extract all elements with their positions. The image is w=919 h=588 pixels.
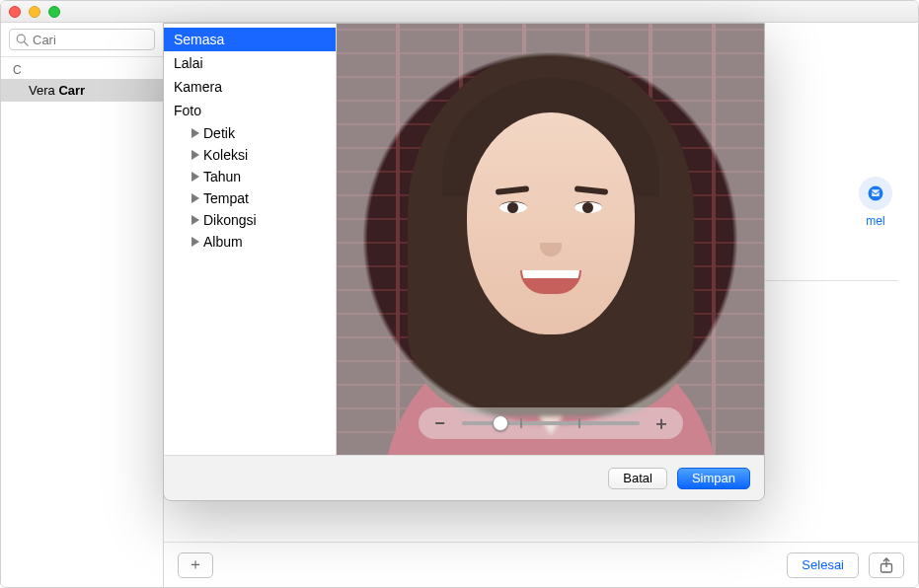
source-foto-album[interactable]: Album: [164, 231, 336, 253]
disclosure-right-icon: [191, 172, 199, 182]
svg-marker-8: [191, 237, 199, 247]
zoom-track[interactable]: [462, 416, 640, 430]
svg-marker-7: [191, 215, 199, 225]
popover-footer: Batal Simpan: [164, 455, 764, 500]
disclosure-right-icon: [191, 237, 199, 247]
circular-crop-mask: [337, 24, 764, 455]
save-button[interactable]: Simpan: [677, 468, 750, 489]
close-window-button[interactable]: [9, 6, 21, 18]
share-icon: [880, 557, 893, 573]
photo-source-sidebar: Semasa Lalai Kamera Foto Detik Koleksi T…: [164, 24, 337, 455]
mail-icon: [859, 177, 892, 210]
zoom-thumb[interactable]: [493, 415, 508, 431]
disclosure-right-icon: [191, 193, 199, 203]
cancel-button[interactable]: Batal: [608, 468, 667, 489]
share-button[interactable]: [869, 552, 904, 578]
sidebar-item-label: Tahun: [203, 169, 241, 184]
sidebar-item-label: Detik: [203, 125, 235, 141]
window-titlebar: [1, 1, 918, 23]
photo-picker-popover: Semasa Lalai Kamera Foto Detik Koleksi T…: [163, 23, 765, 501]
sidebar-item-label: Album: [203, 234, 243, 250]
contact-first-name: Vera: [29, 83, 55, 98]
minimize-window-button[interactable]: [29, 6, 40, 18]
source-foto-tahun[interactable]: Tahun: [164, 166, 336, 187]
sidebar-item-label: Tempat: [203, 190, 249, 206]
source-foto-dikongsi[interactable]: Dikongsi: [164, 209, 336, 231]
source-foto-detik[interactable]: Detik: [164, 122, 336, 144]
source-foto-tempat[interactable]: Tempat: [164, 187, 336, 209]
bottom-toolbar: ＋ Selesai: [164, 542, 918, 587]
search-icon: [16, 34, 29, 46]
minus-icon: −: [434, 413, 445, 434]
source-lalai[interactable]: Lalai: [164, 51, 336, 75]
mail-label: mel: [866, 214, 884, 228]
zoom-slider[interactable]: − ＋: [419, 407, 683, 439]
sidebar-item-label: Koleksi: [203, 147, 248, 163]
svg-marker-6: [191, 193, 199, 203]
svg-marker-3: [191, 128, 199, 138]
add-field-button[interactable]: ＋: [178, 552, 213, 578]
svg-line-1: [25, 41, 29, 45]
source-foto-koleksi[interactable]: Koleksi: [164, 144, 336, 166]
photo-preview[interactable]: − ＋: [337, 24, 764, 455]
svg-marker-4: [191, 150, 199, 160]
source-kamera[interactable]: Kamera: [164, 75, 336, 99]
search-input[interactable]: [33, 33, 148, 47]
sidebar-item-label: Dikongsi: [203, 212, 257, 228]
contact-row[interactable]: Vera Carr: [1, 79, 163, 102]
svg-marker-5: [191, 172, 199, 182]
zoom-out-button[interactable]: −: [428, 411, 452, 435]
disclosure-right-icon: [191, 215, 199, 225]
source-semasa[interactable]: Semasa: [164, 28, 336, 51]
section-header: C: [1, 57, 163, 79]
contact-last-name: Carr: [58, 83, 85, 98]
done-button[interactable]: Selesai: [787, 552, 859, 578]
plus-icon: ＋: [188, 554, 203, 575]
zoom-window-button[interactable]: [48, 6, 60, 18]
contacts-sidebar: C Vera Carr: [1, 23, 164, 587]
disclosure-right-icon: [191, 150, 199, 160]
disclosure-right-icon: [191, 128, 199, 138]
source-foto[interactable]: Foto: [164, 99, 336, 122]
zoom-in-button[interactable]: ＋: [650, 411, 673, 435]
search-field[interactable]: [9, 29, 155, 50]
plus-icon: ＋: [652, 411, 670, 435]
mail-action[interactable]: mel: [859, 177, 892, 228]
